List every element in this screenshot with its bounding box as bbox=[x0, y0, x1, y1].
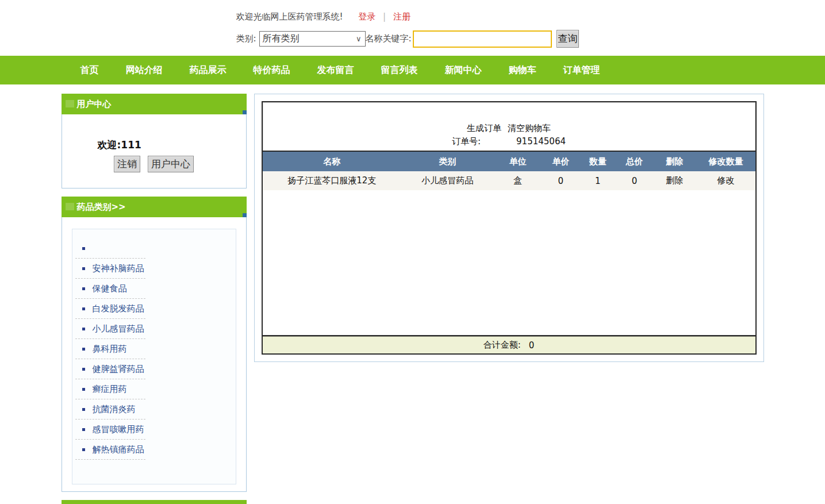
register-link[interactable]: 注册 bbox=[393, 11, 410, 22]
col-header-modify: 修改数量 bbox=[696, 156, 755, 167]
user-center-button[interactable]: 用户中心 bbox=[148, 156, 194, 172]
cell-qty: 1 bbox=[580, 176, 616, 186]
bullet-icon bbox=[82, 307, 85, 310]
category-link[interactable]: 健脾益肾药品 bbox=[93, 364, 144, 375]
category-item[interactable]: 白发脱发药品 bbox=[72, 303, 236, 324]
nav-item-site-intro[interactable]: 网站介绍 bbox=[126, 64, 163, 76]
total-label: 合计金额: bbox=[484, 340, 521, 351]
bullet-icon bbox=[82, 408, 85, 411]
login-link[interactable]: 登录 bbox=[358, 11, 375, 22]
topbar: 欢迎光临网上医药管理系统! 登录 | 注册 类别: 所有类别 ∨ 名称关键字: … bbox=[0, 0, 825, 56]
nav-item-news-center[interactable]: 新闻中心 bbox=[445, 64, 482, 76]
bullet-icon bbox=[82, 247, 85, 250]
category-item[interactable]: 感冒咳嗽用药 bbox=[72, 424, 236, 444]
total-value: 0 bbox=[529, 340, 535, 351]
friendly-links-panel: 友情链接>> bbox=[62, 500, 247, 504]
cart-table: 生成订单 清空购物车 订单号: 915145064 名称 类别 单位 单价 数量… bbox=[262, 101, 757, 355]
chevron-down-icon: ∨ bbox=[356, 34, 362, 43]
nav-item-post-message[interactable]: 发布留言 bbox=[317, 64, 354, 76]
friendly-links-header: 友情链接>> bbox=[62, 500, 247, 504]
col-header-price: 单价 bbox=[542, 156, 579, 167]
category-link[interactable]: 小儿感冒药品 bbox=[93, 324, 144, 334]
bullet-icon bbox=[82, 287, 85, 290]
cart-table-header: 名称 类别 单位 单价 数量 总价 删除 修改数量 bbox=[263, 152, 755, 171]
category-link[interactable]: 白发脱发药品 bbox=[93, 303, 144, 314]
category-item[interactable]: 抗菌消炎药 bbox=[72, 404, 236, 424]
category-item[interactable]: 安神补脑药品 bbox=[72, 263, 236, 283]
cell-category: 小儿感冒药品 bbox=[401, 175, 493, 186]
user-center-header: 用户中心 bbox=[62, 94, 247, 114]
modify-qty-link[interactable]: 修改 bbox=[717, 175, 734, 186]
welcome-text: 欢迎光临网上医药管理系统! bbox=[236, 11, 343, 22]
nav-item-order-management[interactable]: 订单管理 bbox=[563, 64, 600, 76]
category-link[interactable]: 安神补脑药品 bbox=[93, 263, 144, 274]
cart-table-empty-area bbox=[263, 190, 755, 336]
cart-table-row: 扬子江蓝芩口服液12支 小儿感冒药品 盒 0 1 0 删除 修改 bbox=[263, 171, 755, 190]
category-item[interactable]: 小儿感冒药品 bbox=[72, 324, 236, 344]
category-select[interactable]: 所有类别 ∨ bbox=[259, 31, 366, 47]
main-content: 生成订单 清空购物车 订单号: 915145064 名称 类别 单位 单价 数量… bbox=[254, 94, 764, 362]
category-link[interactable]: 感冒咳嗽用药 bbox=[93, 424, 144, 435]
bullet-icon bbox=[82, 368, 85, 371]
search-bar: 类别: 所有类别 ∨ 名称关键字: 查询 bbox=[236, 30, 589, 48]
category-link[interactable]: 保健食品 bbox=[93, 283, 127, 294]
order-no-label: 订单号: bbox=[452, 136, 481, 147]
category-link[interactable]: 解热镇痛药品 bbox=[93, 444, 144, 455]
category-item[interactable]: 解热镇痛药品 bbox=[72, 444, 236, 464]
category-label: 类别: bbox=[236, 33, 256, 44]
bullet-icon bbox=[82, 448, 85, 451]
category-item[interactable]: 健脾益肾药品 bbox=[72, 364, 236, 384]
user-welcome-text: 欢迎:111 bbox=[98, 138, 246, 152]
nav-item-special-drugs[interactable]: 特价药品 bbox=[254, 64, 290, 76]
nav-item-home[interactable]: 首页 bbox=[80, 64, 99, 76]
drug-categories-panel: 药品类别>> 安神补脑药品 保健食品 bbox=[62, 197, 247, 492]
order-info-section: 生成订单 清空购物车 订单号: 915145064 bbox=[263, 102, 755, 152]
bullet-icon bbox=[82, 267, 85, 270]
col-header-name: 名称 bbox=[263, 156, 402, 167]
bullet-icon bbox=[82, 428, 85, 431]
category-link[interactable]: 癣症用药 bbox=[93, 384, 127, 395]
col-header-category: 类别 bbox=[401, 156, 493, 167]
category-item[interactable]: 癣症用药 bbox=[72, 384, 236, 404]
cell-price: 0 bbox=[542, 176, 579, 186]
cart-total-bar: 合计金额: 0 bbox=[263, 336, 755, 353]
logout-button[interactable]: 注销 bbox=[114, 156, 140, 172]
cell-name: 扬子江蓝芩口服液12支 bbox=[263, 175, 402, 186]
generate-order-link[interactable]: 生成订单 bbox=[467, 123, 501, 133]
nav-item-cart[interactable]: 购物车 bbox=[509, 64, 536, 76]
cell-total: 0 bbox=[616, 176, 653, 186]
drug-categories-header: 药品类别>> bbox=[62, 197, 247, 217]
keyword-input[interactable] bbox=[413, 30, 552, 48]
category-selected-value: 所有类别 bbox=[263, 33, 300, 45]
order-no-value: 915145064 bbox=[516, 136, 566, 147]
bullet-icon bbox=[82, 328, 85, 330]
col-header-total: 总价 bbox=[616, 156, 653, 167]
category-link[interactable]: 鼻科用药 bbox=[93, 344, 127, 355]
search-button[interactable]: 查询 bbox=[557, 30, 579, 48]
category-item[interactable] bbox=[72, 243, 236, 263]
col-header-unit: 单位 bbox=[493, 156, 542, 167]
link-separator: | bbox=[383, 11, 386, 22]
main-nav: 首页 网站介绍 药品展示 特价药品 发布留言 留言列表 新闻中心 购物车 订单管… bbox=[0, 56, 825, 84]
category-list: 安神补脑药品 保健食品 白发脱发药品 小儿感冒药品 bbox=[72, 243, 236, 464]
category-item[interactable]: 鼻科用药 bbox=[72, 344, 236, 364]
nav-item-drug-display[interactable]: 药品展示 bbox=[190, 64, 227, 76]
sidebar: 用户中心 欢迎:111 注销 用户中心 药品类别>> bbox=[62, 94, 247, 504]
nav-item-message-list[interactable]: 留言列表 bbox=[381, 64, 418, 76]
welcome-line: 欢迎光临网上医药管理系统! 登录 | 注册 bbox=[236, 11, 589, 22]
clear-cart-link[interactable]: 清空购物车 bbox=[508, 123, 551, 133]
bullet-icon bbox=[82, 388, 85, 391]
user-center-panel: 用户中心 欢迎:111 注销 用户中心 bbox=[62, 94, 247, 188]
col-header-qty: 数量 bbox=[580, 156, 616, 167]
cell-unit: 盒 bbox=[493, 175, 542, 186]
col-header-delete: 删除 bbox=[653, 156, 696, 167]
category-item[interactable]: 保健食品 bbox=[72, 283, 236, 303]
delete-row-link[interactable]: 删除 bbox=[666, 175, 683, 186]
category-link[interactable]: 抗菌消炎药 bbox=[93, 404, 136, 415]
keyword-label: 名称关键字: bbox=[366, 33, 412, 44]
bullet-icon bbox=[82, 348, 85, 351]
